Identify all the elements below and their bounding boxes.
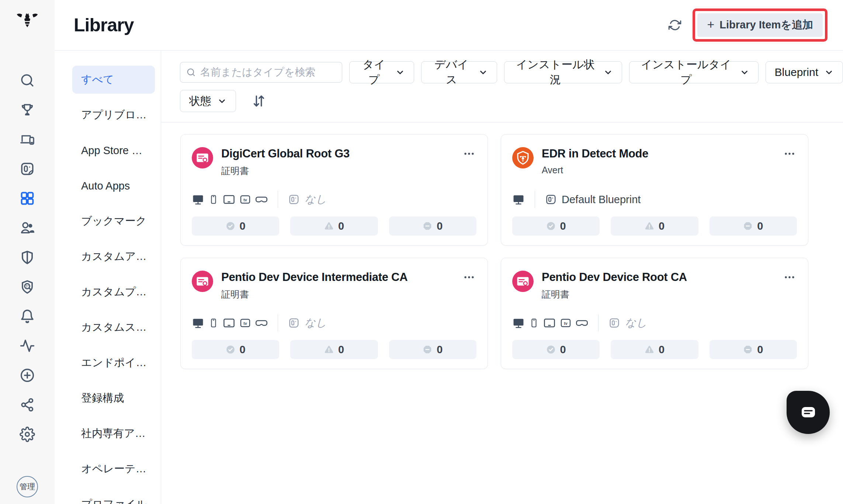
add-library-item-button[interactable]: + Library Itemを追加 xyxy=(697,13,823,37)
passcode-card-nav-icon[interactable] xyxy=(0,154,55,184)
appletv-device-icon xyxy=(239,317,251,329)
status-pill-ok[interactable]: 0 xyxy=(512,340,600,359)
warning-count: 0 xyxy=(659,344,665,356)
warning-count: 0 xyxy=(659,220,665,232)
status-pill-ok[interactable]: 0 xyxy=(192,340,279,359)
library-content: タイプ デバイス インストール状況 インストールタイプ Blueprint 状態 xyxy=(162,51,843,504)
category-item-all[interactable]: すべて xyxy=(72,66,155,94)
check-circle-icon xyxy=(546,221,556,231)
visionpro-device-icon xyxy=(255,317,268,329)
category-item-auto-apps[interactable]: Auto Apps xyxy=(72,168,155,204)
block-octagon-icon xyxy=(743,221,753,231)
users-nav-icon[interactable] xyxy=(0,213,55,243)
check-circle-icon xyxy=(226,345,235,354)
status-pill-warning[interactable]: 0 xyxy=(611,340,698,359)
bell-nav-icon[interactable] xyxy=(0,302,55,331)
iphone-device-icon xyxy=(529,318,539,328)
status-pill-ok[interactable]: 0 xyxy=(192,216,279,236)
filter-status-dropdown[interactable]: 状態 xyxy=(180,90,236,112)
refresh-icon[interactable] xyxy=(667,18,682,32)
category-item-inhouse-apps[interactable]: 社内専有ア… xyxy=(72,416,155,451)
status-pill-warning[interactable]: 0 xyxy=(290,340,378,359)
trophy-nav-icon[interactable] xyxy=(0,95,55,125)
filter-install-type-dropdown[interactable]: インストールタイプ xyxy=(629,61,758,83)
status-pill-blocked[interactable]: 0 xyxy=(389,340,476,359)
category-item-profiles[interactable]: プロファイル xyxy=(72,487,155,504)
gear-nav-icon[interactable] xyxy=(0,420,55,449)
chevron-down-icon xyxy=(824,67,834,77)
filter-blueprint-dropdown[interactable]: Blueprint xyxy=(766,61,843,83)
kebab-menu-icon[interactable] xyxy=(460,147,478,160)
visionpro-device-icon xyxy=(255,193,268,206)
mac-device-icon xyxy=(512,193,525,206)
warning-triangle-icon xyxy=(324,221,334,231)
ipad-device-icon xyxy=(543,317,556,329)
library-search xyxy=(180,62,342,83)
appletv-device-icon xyxy=(239,194,251,205)
library-card[interactable]: EDR in Detect Mode Avert Default Bluepri… xyxy=(501,134,808,246)
page-title: Library xyxy=(74,14,134,36)
library-card[interactable]: DigiCert Global Root G3 証明書 なし xyxy=(180,134,488,246)
iphone-device-icon xyxy=(208,318,219,328)
library-card[interactable]: Pentio Dev Device Intermediate CA 証明書 なし xyxy=(180,258,488,369)
kebab-menu-icon[interactable] xyxy=(460,271,478,284)
status-pill-blocked[interactable]: 0 xyxy=(710,340,797,359)
library-grid-nav-icon-active[interactable] xyxy=(0,184,55,213)
category-item-custom-scripts[interactable]: カスタムス… xyxy=(72,310,155,345)
filters-divider xyxy=(162,122,843,122)
shield-nav-icon[interactable] xyxy=(0,243,55,272)
admin-avatar[interactable]: 管理 xyxy=(17,476,38,497)
share-nodes-nav-icon[interactable] xyxy=(0,390,55,420)
kebab-menu-icon[interactable] xyxy=(781,147,798,160)
library-card-grid: DigiCert Global Root G3 証明書 なし xyxy=(180,134,808,369)
blueprint-icon xyxy=(545,194,557,205)
warning-triangle-icon xyxy=(645,221,654,231)
meta-divider xyxy=(598,314,599,331)
card-title: Pentio Dev Device Root CA xyxy=(542,271,687,284)
kandji-bee-logo-icon[interactable] xyxy=(0,10,55,28)
library-card[interactable]: Pentio Dev Device Root CA 証明書 なし xyxy=(501,258,808,369)
blueprint-value: Default Blueprint xyxy=(562,194,641,206)
status-pill-warning[interactable]: 0 xyxy=(611,216,698,236)
category-item-app-blocking[interactable]: アプリブロ… xyxy=(72,97,155,133)
category-item-enrollment[interactable]: 登録構成 xyxy=(72,380,155,416)
threat-scan-nav-icon[interactable] xyxy=(0,272,55,302)
chat-launcher-button[interactable] xyxy=(787,391,830,434)
category-item-bookmarks[interactable]: ブックマーク xyxy=(72,204,155,239)
warning-triangle-icon xyxy=(324,345,334,354)
meta-divider xyxy=(535,191,535,208)
plus-circle-nav-icon[interactable] xyxy=(0,361,55,390)
sort-direction-icon[interactable] xyxy=(249,91,269,111)
mac-device-icon xyxy=(192,317,204,329)
activity-nav-icon[interactable] xyxy=(0,331,55,361)
filter-type-dropdown[interactable]: タイプ xyxy=(349,61,414,83)
search-nav-icon[interactable] xyxy=(0,66,55,95)
category-item-custom-apps[interactable]: カスタムア… xyxy=(72,239,155,274)
filter-device-dropdown[interactable]: デバイス xyxy=(421,61,497,83)
filter-status-label: 状態 xyxy=(189,94,211,109)
category-item-app-store[interactable]: App Store … xyxy=(72,133,155,168)
mac-device-icon xyxy=(512,317,525,329)
status-pill-warning[interactable]: 0 xyxy=(290,216,378,236)
blueprint-icon xyxy=(288,194,300,205)
blueprint-icon xyxy=(608,317,620,329)
kebab-menu-icon[interactable] xyxy=(781,271,798,284)
category-item-endpoint[interactable]: エンドポイ… xyxy=(72,345,155,380)
status-pill-blocked[interactable]: 0 xyxy=(710,216,797,236)
category-item-operating[interactable]: オペレーテ… xyxy=(72,451,155,487)
devices-nav-icon[interactable] xyxy=(0,125,55,154)
filter-install-status-dropdown[interactable]: インストール状況 xyxy=(504,61,622,83)
search-input[interactable] xyxy=(200,66,336,78)
meta-divider xyxy=(278,191,278,208)
status-pill-blocked[interactable]: 0 xyxy=(389,216,476,236)
certificate-icon xyxy=(192,147,213,168)
page-header: Library + Library Itemを追加 xyxy=(55,0,843,51)
card-title: Pentio Dev Device Intermediate CA xyxy=(221,271,407,284)
status-pill-ok[interactable]: 0 xyxy=(512,216,600,236)
ipad-device-icon xyxy=(223,317,235,329)
ok-count: 0 xyxy=(240,220,246,232)
filter-type-label: タイプ xyxy=(358,57,390,87)
ipad-device-icon xyxy=(223,193,235,206)
warning-count: 0 xyxy=(338,344,344,356)
category-item-custom-profiles[interactable]: カスタムプ… xyxy=(72,274,155,310)
